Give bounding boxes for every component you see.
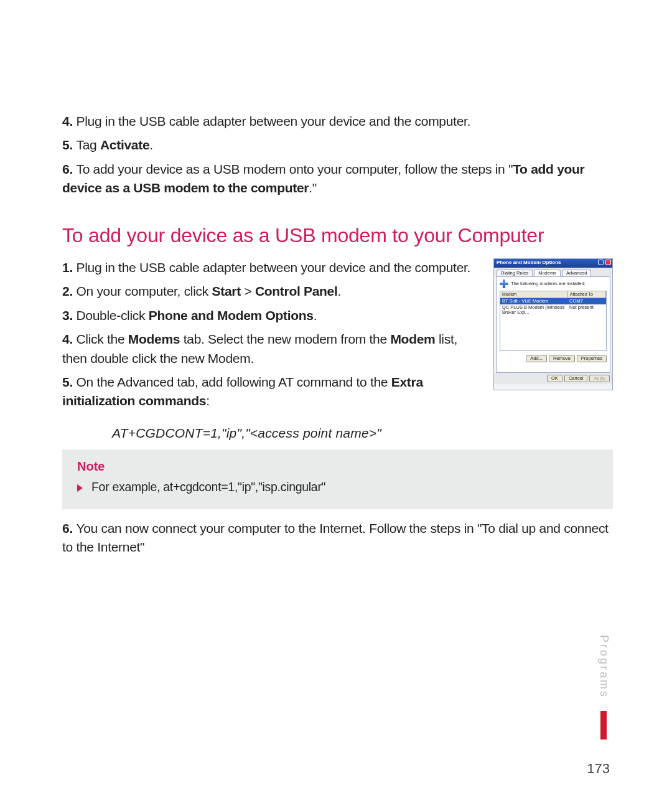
bold-text: Activate <box>100 138 149 152</box>
note-line: For example, at+cgdcont=1,"ip","isp.cing… <box>77 480 598 494</box>
item-number: 1. <box>62 260 76 275</box>
list-item: 3. Double-click Phone and Modem Options. <box>62 306 481 325</box>
apply-button: Apply <box>589 375 610 382</box>
window-controls <box>597 260 611 267</box>
col-modem: Modem <box>500 291 568 298</box>
item-number: 6. <box>62 162 76 176</box>
modem-row-selected: BT Soft - VUE Modem COM7 <box>500 298 606 304</box>
tab-dialing-rules: Dialing Rules <box>497 270 533 276</box>
body-text: On your computer, click <box>76 284 212 298</box>
modem-options-dialog-illustration: Phone and Modem Options Dialing Rules Mo… <box>493 258 613 390</box>
item-number: 6. <box>62 521 76 535</box>
after-note-step: 6. You can now connect your computer to … <box>62 519 613 557</box>
item-number: 2. <box>62 284 76 298</box>
manual-page: 4. Plug in the USB cable adapter between… <box>0 0 672 808</box>
item-number: 3. <box>62 308 76 322</box>
list-item: 6. To add your device as a USB modem ont… <box>62 160 613 198</box>
body-text: ." <box>309 181 317 195</box>
col-attached: Attached To <box>568 291 606 298</box>
steps-list: 1. Plug in the USB cable adapter between… <box>62 258 481 416</box>
bullet-arrow-icon <box>77 484 83 492</box>
modem-icon <box>500 280 508 288</box>
body-text: tab. Select the new modem from the <box>180 332 390 346</box>
item-number: 4. <box>62 114 76 128</box>
list-item: 5. On the Advanced tab, add following AT… <box>62 373 481 411</box>
body-text: . <box>338 284 342 298</box>
side-marker <box>600 711 607 740</box>
tab-modems: Modems <box>534 270 561 276</box>
cell: BT Soft - VUE Modem <box>500 298 567 304</box>
cell: QC PLUS B Modem (Wireless Broker Exp... <box>500 304 567 316</box>
section-side-label: Programs <box>597 635 610 698</box>
cell: COM7 <box>567 298 606 304</box>
item-number: 5. <box>62 375 76 389</box>
bold-text: Control Panel <box>255 284 338 298</box>
cell: Not present <box>567 304 606 316</box>
top-ordered-list: 4. Plug in the USB cable adapter between… <box>62 112 613 198</box>
note-box: Note For example, at+cgdcont=1,"ip","isp… <box>62 449 613 509</box>
dialog-titlebar: Phone and Modem Options <box>494 259 612 268</box>
ok-button: OK <box>547 375 562 382</box>
cancel-button: Cancel <box>564 375 587 382</box>
bold-text: Modem <box>390 332 435 346</box>
body-text: Click the <box>76 332 128 346</box>
list-item: 4. Click the Modems tab. Select the new … <box>62 330 481 368</box>
body-text: : <box>206 393 210 408</box>
add-button: Add... <box>526 355 547 362</box>
modem-row: QC PLUS B Modem (Wireless Broker Exp... … <box>500 304 606 316</box>
bold-text: Modems <box>128 332 180 346</box>
tab-advanced: Advanced <box>562 270 591 276</box>
note-text: For example, at+cgdcont=1,"ip","isp.cing… <box>91 480 325 494</box>
item-number: 5. <box>62 138 76 152</box>
dialog-hint-text: The following modems are installed: <box>511 281 586 286</box>
properties-button: Properties <box>577 355 607 362</box>
body-text: . <box>314 308 317 322</box>
body-text: > <box>241 284 255 298</box>
body-text: To add your device as a USB modem onto y… <box>76 162 513 176</box>
item-number: 4. <box>62 332 76 346</box>
body-text: . <box>149 138 153 152</box>
list-item: 5. Tag Activate. <box>62 136 613 154</box>
list-item: 4. Plug in the USB cable adapter between… <box>62 112 613 131</box>
body-text: Plug in the USB cable adapter between yo… <box>76 260 470 275</box>
close-icon <box>605 260 611 265</box>
help-icon <box>598 260 604 265</box>
dialog-title-text: Phone and Modem Options <box>497 260 561 266</box>
list-item: 6. You can now connect your computer to … <box>62 519 613 557</box>
bold-text: Phone and Modem Options <box>149 308 314 322</box>
dialog-body: The following modems are installed: Mode… <box>496 276 610 373</box>
footer-side: Programs <box>594 635 613 740</box>
body-text: Plug in the USB cable adapter between yo… <box>76 114 470 128</box>
list-item: 1. Plug in the USB cable adapter between… <box>62 258 481 277</box>
section-heading: To add your device as a USB modem to you… <box>62 224 613 247</box>
dialog-tabs: Dialing Rules Modems Advanced <box>494 268 612 276</box>
at-command-example: AT+CGDCONT=1,"ip","<access point name>" <box>112 426 613 441</box>
modem-list: Modem Attached To BT Soft - VUE Modem CO… <box>500 291 607 351</box>
list-item: 2. On your computer, click Start > Contr… <box>62 282 481 301</box>
remove-button: Remove <box>549 355 575 362</box>
note-title: Note <box>77 459 598 474</box>
body-text: Double-click <box>76 308 148 322</box>
body-text: On the Advanced tab, add following AT co… <box>76 375 391 389</box>
body-text: Tag <box>76 138 100 152</box>
body-text: You can now connect your computer to the… <box>62 521 609 554</box>
page-number: 173 <box>587 761 610 777</box>
bold-text: Start <box>212 284 241 298</box>
